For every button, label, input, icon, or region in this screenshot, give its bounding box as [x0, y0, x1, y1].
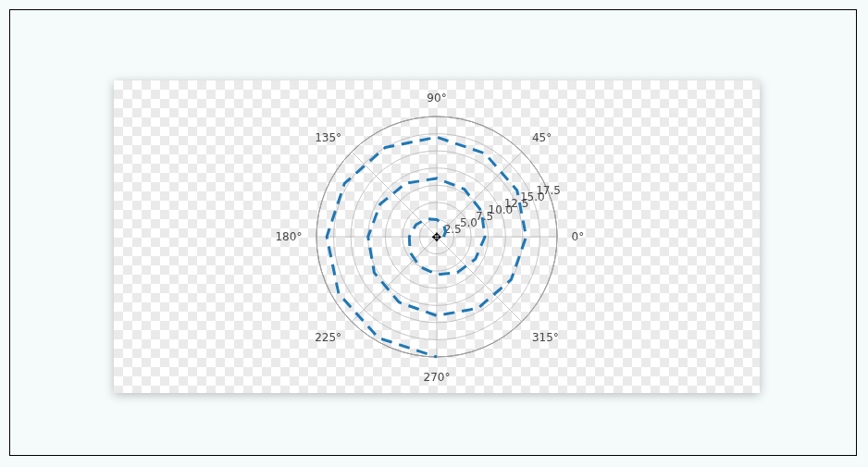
angle-tick-label: 90° [427, 92, 446, 104]
angle-tick-label: 45° [532, 131, 552, 144]
angle-tick-label: 180° [275, 230, 302, 243]
angle-grid [352, 237, 437, 322]
radial-tick-label: 2.5 [444, 223, 462, 236]
outer-frame: 0°45°90°135°180°225°270°315°2.55.07.510.… [9, 9, 857, 456]
angle-grid [437, 237, 522, 322]
polar-plot-svg: 0°45°90°135°180°225°270°315°2.55.07.510.… [114, 80, 760, 393]
angle-tick-label: 315° [532, 331, 559, 344]
angle-tick-label: 225° [315, 331, 341, 344]
angle-tick-label: 270° [424, 371, 451, 384]
chart-figure: 0°45°90°135°180°225°270°315°2.55.07.510.… [114, 80, 760, 393]
angle-tick-label: 0° [572, 230, 585, 243]
angle-tick-label: 135° [315, 131, 341, 144]
radial-tick-label: 17.5 [536, 184, 561, 197]
radial-tick-label: 5.0 [460, 216, 477, 229]
